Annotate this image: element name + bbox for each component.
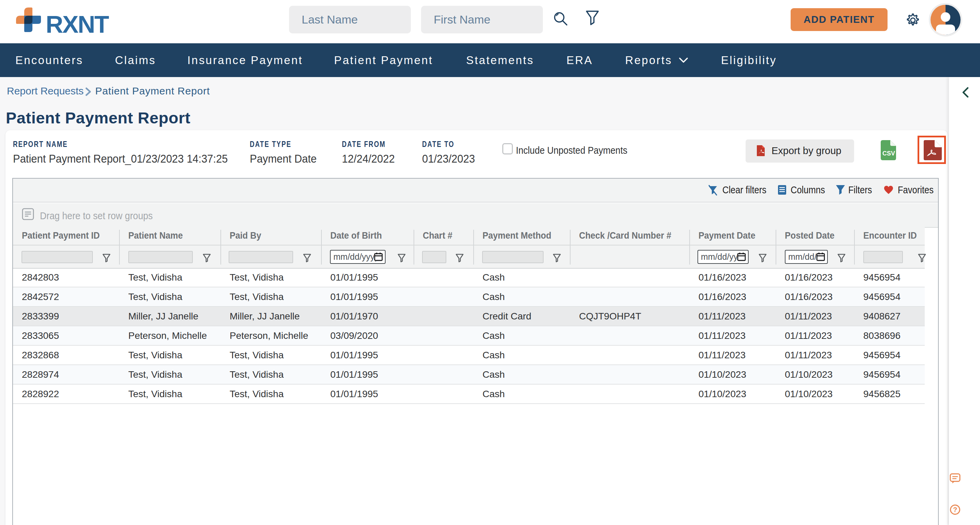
svg-text:CSV: CSV — [882, 150, 895, 157]
svg-text:?: ? — [953, 506, 957, 514]
